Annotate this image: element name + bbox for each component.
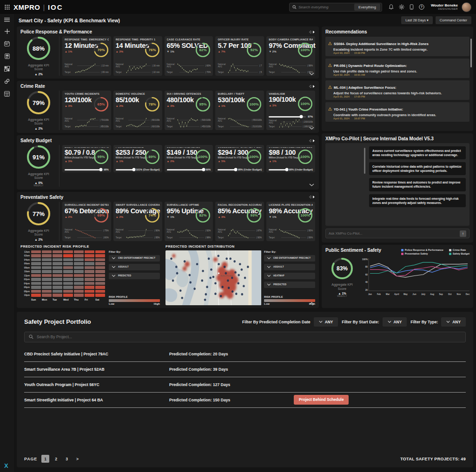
kpi-slider[interactable]: 98% (Under Budget) (269, 168, 313, 171)
app-launcher-icon[interactable] (5, 5, 10, 10)
filter-start-label: Filter By Start Date: (342, 320, 379, 324)
kpi-card[interactable]: COMMUNITY INITIATIVES$149 / 150Million (… (165, 145, 213, 172)
project-search-input[interactable] (37, 334, 461, 339)
kpi-card[interactable]: RESPONSE TIME: PRIORITY 114 Minutes▲ 2% … (113, 36, 162, 76)
user-info[interactable]: Wouter Beneke DESIGNUSER (431, 3, 458, 11)
data-grid-icon[interactable] (4, 91, 10, 97)
project-row[interactable]: CBD Precinct Safety Initiative | Project… (24, 347, 466, 362)
settings-gear-icon[interactable] (399, 4, 404, 10)
device-icon[interactable] (410, 4, 414, 10)
user-name: Wouter Beneke (431, 3, 458, 7)
link-icon[interactable] (4, 79, 10, 84)
slider-knob[interactable] (202, 168, 205, 171)
section-collapse-icon[interactable] (309, 69, 314, 77)
kpi-card[interactable]: DUI / DRIVING OFFENCES480/100k▲ 3% 95%Na… (165, 91, 213, 130)
section-pager-icon[interactable] (309, 85, 315, 88)
filter-start-dropdown[interactable]: ANY (383, 317, 407, 327)
dashboards-icon[interactable] (4, 66, 10, 72)
kpi-card[interactable]: CORRECTIONAL FACILITY & REHABILITATION$2… (215, 145, 264, 172)
page-button-3[interactable]: 3 (63, 455, 71, 463)
section-pager-icon[interactable] (309, 195, 315, 199)
slider-knob[interactable] (285, 168, 288, 171)
calendar-icon[interactable] (4, 41, 10, 46)
section-collapse-icon[interactable] (309, 123, 314, 131)
help-icon[interactable]: ? (419, 4, 424, 10)
kpi-card[interactable]: YOUTH CRIME INCIDENTS120/100k▲ 3% 65%Nat… (62, 91, 111, 130)
filter-dropdown[interactable]: ASSAULT (109, 264, 160, 270)
kpi-delta: ▲ 1% (116, 160, 144, 163)
kpi-card[interactable]: BODY CAMERA COMPLIANCE RATE97% Compliant… (266, 36, 315, 76)
project-row[interactable]: Smart Surveillance Area 7B | Project 52A… (24, 362, 466, 377)
project-row[interactable]: Youth Outreach Program | Project 56YCPre… (24, 377, 466, 393)
kpi-card[interactable]: CASE CLEARANCE RATE65% SOLVED▼ 1% 82%Nat… (165, 36, 213, 76)
slider-knob[interactable] (99, 168, 103, 171)
aggregate-kpi-gauge: 79% (26, 91, 51, 117)
kpi-card[interactable]: VANDALISM190/100k▲ 3% 100%87%National AV… (266, 91, 315, 130)
recommendation-item[interactable]: PR-056 | Dynamic Patrol Route Optimizati… (325, 59, 469, 78)
kpi-card[interactable]: OFFICER INJURY RATE5.7 Per 100▲ 7% 92%Na… (215, 36, 264, 76)
heatmap-hour-label: 12pm (20, 275, 30, 277)
next-page-button[interactable]: > (73, 455, 81, 463)
menu-icon[interactable] (4, 18, 10, 22)
kpi-slider[interactable]: 101% (Over Budget) (116, 168, 160, 171)
recommendations-scrollbar[interactable] (470, 39, 472, 67)
kpi-sub-label: Million (Actual Vs YTD Target) (116, 157, 144, 159)
filter-dropdown[interactable]: PREDICTED (109, 273, 160, 279)
project-completion: Predicted Completion: 150 Days (169, 398, 294, 402)
kpi-card[interactable]: SURVEILLANCE INCIDENT DETECTION RATE67% … (62, 202, 111, 241)
incident-map[interactable]: Surfers Paradise (165, 250, 261, 305)
command-center-button[interactable]: Command Center (436, 16, 471, 24)
recommendation-item[interactable]: SS084- Deploy Additional Surveillance in… (325, 37, 469, 56)
heatmap-cell (53, 290, 62, 293)
slider-knob[interactable] (132, 168, 136, 171)
filter-dropdown[interactable]: HEATMAP (264, 273, 315, 279)
copilot-scrollbar[interactable] (364, 148, 365, 174)
filter-dropdown[interactable]: CBD ENTERTAINMENT PRECINCT (264, 255, 315, 262)
section-pager-icon[interactable] (309, 30, 315, 34)
search-input[interactable] (298, 5, 352, 9)
slider-knob[interactable] (234, 168, 237, 171)
recommendation-item[interactable]: YD-041 | Youth Crime Prevention Initiati… (325, 102, 469, 122)
avatar[interactable] (462, 2, 471, 12)
filter-dropdown[interactable]: ASSAULT (264, 264, 315, 270)
template-icon[interactable] (5, 53, 10, 59)
kpi-card[interactable]: SAFETY INFRASTRUCTURE PROJECTS$98 / 100M… (266, 145, 315, 172)
section-pager-icon[interactable] (309, 139, 315, 143)
section-collapse-icon[interactable] (309, 298, 314, 307)
page-button-1[interactable]: 1 (41, 455, 49, 463)
trend-ref-label: Target (65, 125, 76, 128)
kpi-card[interactable]: LICENSE PLATE RECOGNITION ACCURACY98% Ac… (266, 202, 315, 241)
kpi-card[interactable]: TOTAL BUDGET $2.93 BILLION (2024-2025)$0… (62, 145, 111, 172)
recommendation-item[interactable]: ML-034 | Adaptive Surveillance Focus:Adj… (325, 80, 469, 100)
page-label: PAGE (24, 457, 37, 461)
kpi-card[interactable]: FACIAL RECOGNITION ACCURACY85% Accuracy▲… (215, 202, 264, 241)
filter-dropdown[interactable]: PREDICTED (264, 282, 315, 288)
filter-completion-dropdown[interactable]: ANY (314, 317, 338, 327)
kpi-card[interactable]: BURGLARY / THEFT530/100k▲ 1% 100%Nationa… (215, 91, 264, 130)
kpi-card[interactable]: SURVEILLANCE UPTIME95% Uptime▼ 1% 82%Nat… (165, 202, 213, 241)
kpi-sub-label: Billion (Actual Vs YTD Target) (65, 157, 93, 159)
xmpro-x-logo[interactable]: X (4, 462, 8, 469)
search-scope-button[interactable]: Everything (354, 4, 380, 11)
page-button-2[interactable]: 2 (52, 455, 60, 463)
kpi-card[interactable]: RESPONSE TIME: EMERGENCY CALLS12 Minutes… (62, 36, 111, 76)
notifications-icon[interactable] (389, 4, 394, 10)
filter-type-dropdown[interactable]: ANY (441, 317, 466, 327)
kpi-card[interactable]: DOMESTIC VIOLENCE85/100k▲ 2% 78%National… (113, 91, 162, 130)
kpi-card[interactable]: LAW ENFORCEMENT$253 / 250Million (Actual… (113, 145, 162, 172)
section-collapse-icon[interactable] (309, 180, 314, 188)
copilot-send-button[interactable]: ↑ (460, 230, 466, 237)
sparkline (177, 227, 198, 240)
kpi-card[interactable]: SMART SURVEILLANCE COVERAGE89% Coverage▲… (113, 202, 162, 241)
project-search[interactable] (24, 332, 466, 342)
global-search[interactable]: Everything (289, 3, 382, 12)
copilot-input[interactable] (329, 231, 457, 236)
svg-text:74%: 74% (148, 213, 156, 217)
kpi-slider[interactable]: 99% (167, 168, 211, 171)
add-icon[interactable] (5, 29, 10, 34)
filter-dropdown[interactable]: CBD ENTERTAINMENT PRECINCT (109, 255, 160, 262)
date-range-button[interactable]: Last 28 Days ▾ (401, 16, 433, 24)
kpi-slider[interactable]: 98% (65, 168, 109, 171)
project-row[interactable]: Smart Streetlight Initiative | Project 6… (24, 393, 466, 408)
kpi-slider[interactable]: 98% (Under Budget) (218, 168, 262, 171)
